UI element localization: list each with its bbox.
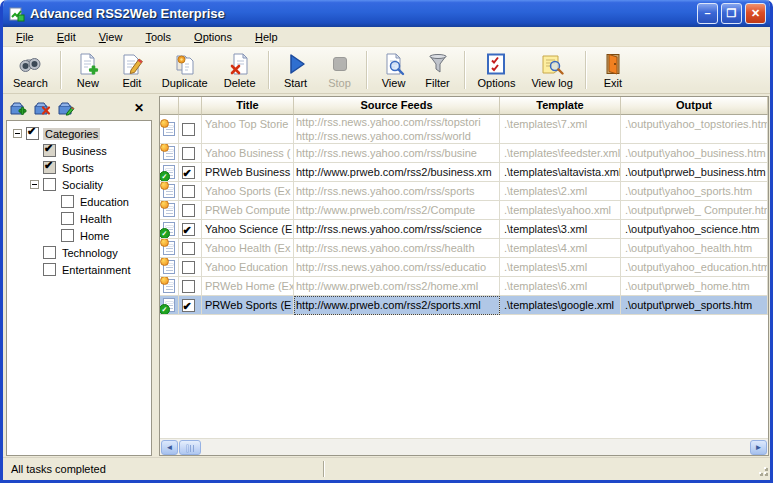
tree-item-health[interactable]: Health: [11, 210, 151, 227]
edit-category-icon[interactable]: [58, 101, 75, 116]
row-checkbox[interactable]: [182, 204, 195, 217]
cell-title: Yahoo Sports (Ex: [202, 182, 294, 201]
close-button[interactable]: ✕: [745, 3, 766, 24]
tree-item-business[interactable]: Business: [11, 142, 151, 159]
minimize-button[interactable]: –: [697, 3, 718, 24]
tree-checkbox[interactable]: [61, 212, 74, 225]
table-row-selected[interactable]: PRWeb Sports (E http://www.prweb.com/rss…: [160, 296, 768, 315]
resize-grip[interactable]: [756, 464, 769, 479]
cell-output: .\output\yahoo_health.htm: [621, 239, 768, 258]
menu-view[interactable]: View: [90, 29, 132, 45]
binoculars-icon: [18, 51, 42, 77]
cell-title: Yahoo Business (: [202, 144, 294, 163]
table-row[interactable]: Yahoo Education http://rss.news.yahoo.co…: [160, 258, 768, 277]
menu-file[interactable]: File: [7, 29, 43, 45]
add-category-icon[interactable]: [10, 101, 27, 116]
scroll-left-button[interactable]: ◄: [161, 440, 178, 455]
table-row[interactable]: PRWeb Home (Ex http://www.prweb.com/rss2…: [160, 277, 768, 296]
collapse-icon[interactable]: [30, 180, 39, 189]
row-checkbox[interactable]: [182, 261, 195, 274]
row-checkbox[interactable]: [182, 280, 195, 293]
row-checkbox[interactable]: [182, 185, 195, 198]
menu-tools[interactable]: Tools: [136, 29, 180, 45]
table-row[interactable]: Yahoo Science (E http://rss.news.yahoo.c…: [160, 220, 768, 239]
row-checkbox[interactable]: [182, 123, 195, 136]
menu-bar: File Edit View Tools Options Help: [3, 27, 770, 47]
tree-item-technology[interactable]: Technology: [11, 244, 151, 261]
delete-button[interactable]: Delete: [216, 48, 264, 92]
window-title: Advanced RSS2Web Enterprise: [30, 6, 694, 21]
header-template[interactable]: Template: [500, 97, 621, 115]
table-row[interactable]: PRWeb Compute http://www.prweb.com/rss2/…: [160, 201, 768, 220]
tree-checkbox[interactable]: [43, 246, 56, 259]
tree-checkbox[interactable]: [43, 178, 56, 191]
table-row[interactable]: Yahoo Health (Ex http://rss.news.yahoo.c…: [160, 239, 768, 258]
tree-item-home[interactable]: Home: [11, 227, 151, 244]
tree-item-sociality[interactable]: Sociality: [11, 176, 151, 193]
start-button[interactable]: Start: [274, 48, 318, 92]
tree-checkbox[interactable]: [26, 127, 39, 140]
tree-item-label: Education: [78, 196, 131, 208]
menu-edit[interactable]: Edit: [48, 29, 85, 45]
scroll-right-button[interactable]: ►: [750, 440, 767, 455]
app-window: Advanced RSS2Web Enterprise – ❐ ✕ File E…: [0, 0, 773, 483]
tree-checkbox[interactable]: [43, 263, 56, 276]
search-button[interactable]: Search: [5, 48, 56, 92]
view-log-button[interactable]: View log: [523, 48, 580, 92]
tree-checkbox[interactable]: [61, 195, 74, 208]
duplicate-button[interactable]: Duplicate: [154, 48, 216, 92]
start-button-label: Start: [284, 77, 307, 89]
cell-template: .\templates\feedster.xml: [500, 144, 621, 163]
cell-output: .\output\yahoo_science.htm: [621, 220, 768, 239]
filter-button[interactable]: Filter: [416, 48, 460, 92]
new-button[interactable]: New: [66, 48, 110, 92]
status-divider: [323, 461, 325, 477]
cell-template: .\templates\yahoo.xml: [500, 201, 621, 220]
menu-options[interactable]: Options: [185, 29, 241, 45]
close-sidebar-button[interactable]: ✕: [134, 102, 144, 114]
duplicate-button-label: Duplicate: [162, 77, 208, 89]
tree-item-label: Entertainment: [60, 264, 132, 276]
row-checkbox[interactable]: [182, 223, 195, 236]
view-page-icon: [382, 51, 406, 77]
cell-output: .\output\prweb_ Computer.htm: [621, 201, 768, 220]
tree-item-education[interactable]: Education: [11, 193, 151, 210]
tree-item-sports[interactable]: Sports: [11, 159, 151, 176]
tree-item-label: Home: [78, 230, 111, 242]
tree-item-label: Business: [60, 145, 109, 157]
stop-button[interactable]: Stop: [318, 48, 362, 92]
row-checkbox[interactable]: [182, 166, 195, 179]
header-title[interactable]: Title: [202, 97, 294, 115]
header-checkbox-column[interactable]: [179, 97, 202, 115]
header-status-column[interactable]: [160, 97, 179, 115]
maximize-button[interactable]: ❐: [721, 3, 742, 24]
table-row[interactable]: Yahoo Top Storie http://rss.news.yahoo.c…: [160, 115, 768, 144]
horizontal-scrollbar[interactable]: ◄ ►: [160, 438, 768, 455]
menu-help[interactable]: Help: [246, 29, 287, 45]
table-row[interactable]: Yahoo Sports (Ex http://rss.news.yahoo.c…: [160, 182, 768, 201]
table-row[interactable]: PRWeb Business http://www.prweb.com/rss2…: [160, 163, 768, 182]
row-checkbox[interactable]: [182, 299, 195, 312]
row-checkbox[interactable]: [182, 147, 195, 160]
tree-checkbox[interactable]: [61, 229, 74, 242]
table-row[interactable]: Yahoo Business ( http://rss.news.yahoo.c…: [160, 144, 768, 163]
view-button[interactable]: View: [372, 48, 416, 92]
cell-title: PRWeb Business: [202, 163, 294, 182]
cell-source: http://rss.news.yahoo.com/rss/busine: [294, 144, 500, 163]
tree-checkbox[interactable]: [43, 144, 56, 157]
delete-category-icon[interactable]: [34, 101, 51, 116]
tree-checkbox[interactable]: [43, 161, 56, 174]
cell-source: http://www.prweb.com/rss2/business.xm: [294, 163, 500, 182]
scrollbar-thumb[interactable]: [179, 440, 201, 455]
options-button[interactable]: Options: [470, 48, 524, 92]
exit-button[interactable]: Exit: [591, 48, 635, 92]
cell-source: http://rss.news.yahoo.com/rss/topstoriht…: [294, 115, 500, 144]
new-button-label: New: [77, 77, 99, 89]
tree-item-categories[interactable]: Categories: [11, 125, 151, 142]
header-output[interactable]: Output: [621, 97, 768, 115]
header-source[interactable]: Source Feeds: [294, 97, 500, 115]
tree-item-entertainment[interactable]: Entertainment: [11, 261, 151, 278]
edit-button[interactable]: Edit: [110, 48, 154, 92]
row-checkbox[interactable]: [182, 242, 195, 255]
collapse-icon[interactable]: [13, 129, 22, 138]
